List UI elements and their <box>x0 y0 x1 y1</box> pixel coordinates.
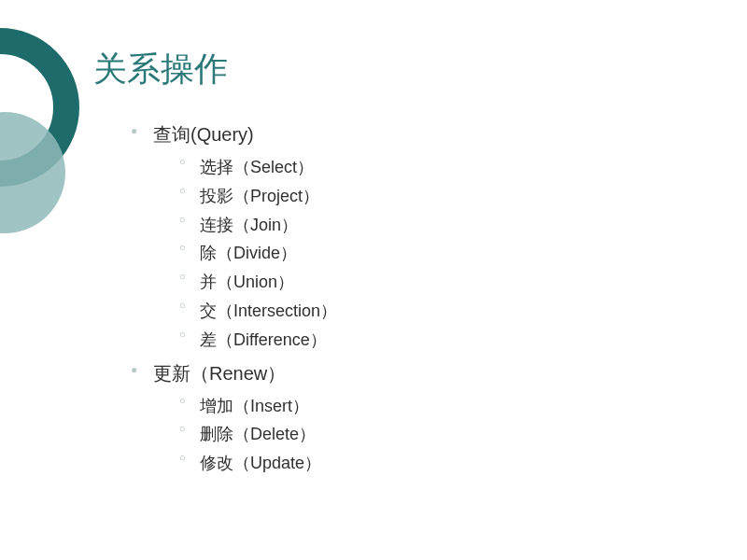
slide-title: 关系操作 <box>93 47 337 92</box>
list-subitem: 交（Intersection） <box>179 298 337 325</box>
sublist: 增加（Insert） 删除（Delete） 修改（Update） <box>179 393 337 477</box>
list-subitem: 增加（Insert） <box>179 393 337 420</box>
list-subitem: 选择（Select） <box>179 154 337 181</box>
list-subitem: 修改（Update） <box>179 450 337 477</box>
slide-content: 关系操作 查询(Query) 选择（Select） 投影（Project） 连接… <box>93 47 337 483</box>
list-item: 更新（Renew） 增加（Insert） 删除（Delete） 修改（Updat… <box>131 359 337 477</box>
list-item-label: 更新（Renew） <box>153 363 286 384</box>
list-subitem: 除（Divide） <box>179 240 337 267</box>
list-subitem: 投影（Project） <box>179 183 337 210</box>
list-item-label: 查询(Query) <box>153 124 254 145</box>
list-subitem: 删除（Delete） <box>179 421 337 448</box>
list-subitem: 差（Difference） <box>179 327 337 354</box>
outline-list: 查询(Query) 选择（Select） 投影（Project） 连接（Join… <box>131 120 337 477</box>
list-subitem: 连接（Join） <box>179 212 337 239</box>
sublist: 选择（Select） 投影（Project） 连接（Join） 除（Divide… <box>179 154 337 354</box>
list-subitem: 并（Union） <box>179 269 337 296</box>
list-item: 查询(Query) 选择（Select） 投影（Project） 连接（Join… <box>131 120 337 354</box>
